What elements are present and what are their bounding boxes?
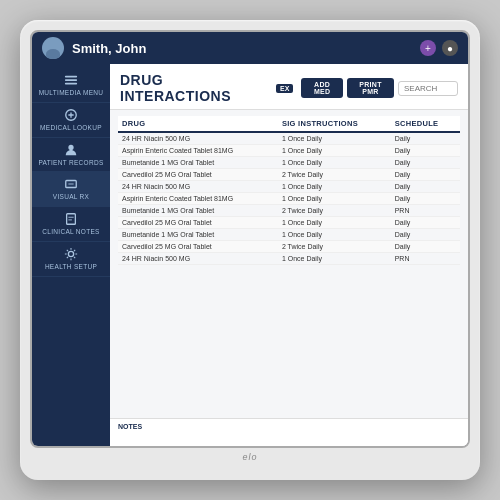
cell-sig: 1 Once Daily xyxy=(278,253,391,265)
monitor-bottom: elo xyxy=(30,448,470,462)
table-row[interactable]: Carvedilol 25 MG Oral Tablet 2 Twice Dai… xyxy=(118,241,460,253)
svg-point-6 xyxy=(68,144,73,149)
patient-name: Smith, John xyxy=(72,41,412,56)
drug-interactions-table: DRUG SIG INSTRUCTIONS SCHEDULE 24 HR Nia… xyxy=(118,116,460,265)
col-schedule: SCHEDULE xyxy=(391,116,460,132)
brand-label: elo xyxy=(242,452,257,462)
cell-drug: Carvedilol 25 MG Oral Tablet xyxy=(118,241,278,253)
clinical-notes-icon xyxy=(62,212,80,226)
cell-schedule: Daily xyxy=(391,132,460,145)
header-icons: + ● xyxy=(420,40,458,56)
content-header: DRUG INTERACTIONS EX ADD MED PRINT PMR xyxy=(110,64,468,110)
health-setup-icon xyxy=(62,247,80,261)
cell-schedule: Daily xyxy=(391,229,460,241)
table-row[interactable]: Carvedilol 25 MG Oral Tablet 2 Twice Dai… xyxy=(118,169,460,181)
sidebar-item-multimedia-menu[interactable]: Multimedia Menu xyxy=(32,68,110,103)
notes-label: NOTES xyxy=(118,423,460,430)
cell-drug: 24 HR Niacin 500 MG xyxy=(118,253,278,265)
cell-drug: Carvedilol 25 MG Oral Tablet xyxy=(118,169,278,181)
ex-badge: EX xyxy=(276,84,293,93)
cell-drug: Bumetanide 1 MG Oral Tablet xyxy=(118,205,278,217)
header-bar: Smith, John + ● xyxy=(32,32,468,64)
svg-rect-0 xyxy=(65,76,77,78)
cell-schedule: Daily xyxy=(391,217,460,229)
header-buttons: ADD MED PRINT PMR xyxy=(301,78,458,98)
avatar xyxy=(42,37,64,59)
cell-schedule: Daily xyxy=(391,145,460,157)
cell-drug: Carvedilol 25 MG Oral Tablet xyxy=(118,217,278,229)
table-row[interactable]: Bumetanide 1 MG Oral Tablet 2 Twice Dail… xyxy=(118,205,460,217)
cell-drug: Aspirin Enteric Coated Tablet 81MG xyxy=(118,193,278,205)
cell-schedule: Daily xyxy=(391,157,460,169)
cell-schedule: Daily xyxy=(391,193,460,205)
cell-sig: 1 Once Daily xyxy=(278,193,391,205)
table-container: DRUG SIG INSTRUCTIONS SCHEDULE 24 HR Nia… xyxy=(110,110,468,418)
svg-rect-1 xyxy=(65,79,77,81)
sidebar-item-visual-rx[interactable]: Visual RX xyxy=(32,172,110,207)
cell-drug: Bumetanide 1 MG Oral Tablet xyxy=(118,229,278,241)
cell-schedule: PRN xyxy=(391,253,460,265)
cell-schedule: Daily xyxy=(391,169,460,181)
sidebar-label-visual: Visual RX xyxy=(53,193,89,201)
table-row[interactable]: 24 HR Niacin 500 MG 1 Once Daily PRN xyxy=(118,253,460,265)
col-drug: DRUG xyxy=(118,116,278,132)
svg-point-12 xyxy=(68,251,73,256)
sidebar-label-patient: Patient Records xyxy=(38,159,103,167)
cell-schedule: Daily xyxy=(391,181,460,193)
cell-sig: 1 Once Daily xyxy=(278,181,391,193)
cell-schedule: Daily xyxy=(391,241,460,253)
sidebar-label-medical: Medical Lookup xyxy=(40,124,102,132)
user-icon-button[interactable]: ● xyxy=(442,40,458,56)
cell-sig: 1 Once Daily xyxy=(278,217,391,229)
multimedia-icon xyxy=(62,73,80,87)
svg-rect-2 xyxy=(65,83,77,85)
sidebar-item-clinical-notes[interactable]: Clinical Notes xyxy=(32,207,110,242)
print-pmr-button[interactable]: PRINT PMR xyxy=(347,78,394,98)
sidebar-label-health: Health Setup xyxy=(45,263,97,271)
notes-section: NOTES xyxy=(110,418,468,446)
cell-schedule: PRN xyxy=(391,205,460,217)
sidebar-label-multimedia: Multimedia Menu xyxy=(39,89,104,97)
page-title: DRUG INTERACTIONS xyxy=(120,72,268,104)
table-row[interactable]: 24 HR Niacin 500 MG 1 Once Daily Daily xyxy=(118,181,460,193)
add-icon-button[interactable]: + xyxy=(420,40,436,56)
patient-icon xyxy=(62,143,80,157)
cell-sig: 2 Twice Daily xyxy=(278,169,391,181)
sidebar-item-health-setup[interactable]: Health Setup xyxy=(32,242,110,277)
table-row[interactable]: Aspirin Enteric Coated Tablet 81MG 1 Onc… xyxy=(118,193,460,205)
sidebar-item-patient-records[interactable]: Patient Records xyxy=(32,138,110,173)
cell-sig: 2 Twice Daily xyxy=(278,205,391,217)
medical-icon xyxy=(62,108,80,122)
sidebar: Multimedia Menu Medical Lookup Patient R… xyxy=(32,64,110,446)
cell-drug: Bumetanide 1 MG Oral Tablet xyxy=(118,157,278,169)
table-row[interactable]: Carvedilol 25 MG Oral Tablet 1 Once Dail… xyxy=(118,217,460,229)
table-row[interactable]: 24 HR Niacin 500 MG 1 Once Daily Daily xyxy=(118,132,460,145)
cell-sig: 1 Once Daily xyxy=(278,229,391,241)
monitor: Smith, John + ● Multimedia Menu xyxy=(20,20,480,480)
cell-drug: Aspirin Enteric Coated Tablet 81MG xyxy=(118,145,278,157)
sidebar-item-medical-lookup[interactable]: Medical Lookup xyxy=(32,103,110,138)
visual-rx-icon xyxy=(62,177,80,191)
col-sig: SIG INSTRUCTIONS xyxy=(278,116,391,132)
add-med-button[interactable]: ADD MED xyxy=(301,78,343,98)
cell-drug: 24 HR Niacin 500 MG xyxy=(118,181,278,193)
table-row[interactable]: Bumetanide 1 MG Oral Tablet 1 Once Daily… xyxy=(118,229,460,241)
cell-drug: 24 HR Niacin 500 MG xyxy=(118,132,278,145)
cell-sig: 1 Once Daily xyxy=(278,145,391,157)
screen-inner: Multimedia Menu Medical Lookup Patient R… xyxy=(32,64,468,446)
cell-sig: 1 Once Daily xyxy=(278,132,391,145)
cell-sig: 2 Twice Daily xyxy=(278,241,391,253)
screen: Smith, John + ● Multimedia Menu xyxy=(30,30,470,448)
table-row[interactable]: Bumetanide 1 MG Oral Tablet 1 Once Daily… xyxy=(118,157,460,169)
cell-sig: 1 Once Daily xyxy=(278,157,391,169)
main-content: DRUG INTERACTIONS EX ADD MED PRINT PMR D… xyxy=(110,64,468,446)
table-header-row: DRUG SIG INSTRUCTIONS SCHEDULE xyxy=(118,116,460,132)
table-row[interactable]: Aspirin Enteric Coated Tablet 81MG 1 Onc… xyxy=(118,145,460,157)
search-input[interactable] xyxy=(398,81,458,96)
svg-rect-9 xyxy=(67,214,76,225)
sidebar-label-clinical: Clinical Notes xyxy=(42,228,99,236)
